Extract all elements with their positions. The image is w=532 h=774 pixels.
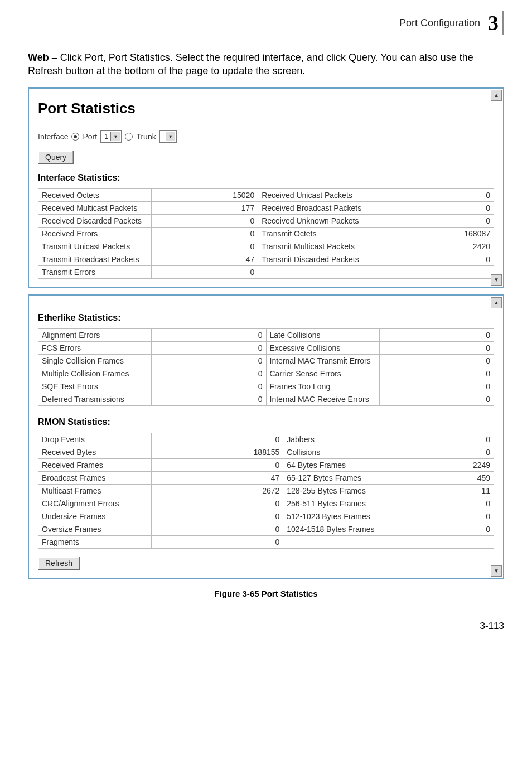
rmon-statistics-table: Drop Events0Jabbers0Received Bytes188155… <box>38 433 494 549</box>
stat-value: 0 <box>152 227 258 240</box>
query-button[interactable]: Query <box>38 151 74 164</box>
figure-caption: Figure 3-65 Port Statistics <box>28 589 504 598</box>
stat-label: 65-127 Bytes Frames <box>283 471 396 484</box>
stat-value: 0 <box>379 354 494 367</box>
stat-label: 512-1023 Bytes Frames <box>283 510 396 523</box>
port-statistics-panel: ▲ ▼ Port Statistics Interface Port 1 ▼ T… <box>28 87 504 288</box>
stat-value: 188155 <box>152 446 283 458</box>
trunk-select[interactable]: ▼ <box>159 130 177 143</box>
table-row: Multiple Collision Frames0Carrier Sense … <box>38 367 494 380</box>
etherlike-statistics-table: Alignment Errors0Late Collisions0FCS Err… <box>38 328 494 406</box>
table-row: Drop Events0Jabbers0 <box>38 433 494 446</box>
stat-label: Jabbers <box>283 433 396 446</box>
stat-label: Received Bytes <box>38 446 152 458</box>
stat-value: 0 <box>396 497 494 510</box>
page-number: 3-113 <box>28 621 504 632</box>
stat-label: Oversize Frames <box>38 523 152 535</box>
stat-label: 128-255 Bytes Frames <box>283 484 396 497</box>
stat-label: Frames Too Long <box>266 380 379 393</box>
port-radio-label: Port <box>83 132 97 141</box>
stat-value: 0 <box>152 214 258 227</box>
stat-value: 2420 <box>371 240 494 253</box>
interface-statistics-table: Received Octets15020Received Unicast Pac… <box>38 188 494 279</box>
table-row: Received Discarded Packets0Received Unkn… <box>38 214 494 227</box>
stat-label: Drop Events <box>38 433 152 446</box>
stat-label: Received Errors <box>38 227 152 240</box>
stat-value: 0 <box>152 354 267 367</box>
interface-selector-row: Interface Port 1 ▼ Trunk ▼ <box>38 130 494 143</box>
stat-value: 0 <box>152 328 267 341</box>
stat-value: 459 <box>396 471 494 484</box>
stat-label: FCS Errors <box>38 341 152 354</box>
stat-label: Multicast Frames <box>38 484 152 497</box>
stat-value <box>396 535 494 548</box>
table-row: Oversize Frames01024-1518 Bytes Frames0 <box>38 523 494 535</box>
stat-label: Broadcast Frames <box>38 471 152 484</box>
stat-value: 0 <box>371 253 494 265</box>
stat-value: 47 <box>152 471 283 484</box>
table-row: SQE Test Errors0Frames Too Long0 <box>38 380 494 393</box>
table-row: Fragments0 <box>38 535 494 548</box>
stat-label: Internal MAC Receive Errors <box>266 393 379 405</box>
stat-value: 0 <box>396 523 494 535</box>
table-row: Undersize Frames0512-1023 Bytes Frames0 <box>38 510 494 523</box>
rmon-statistics-heading: RMON Statistics: <box>38 417 494 427</box>
refresh-button[interactable]: Refresh <box>38 557 80 570</box>
panel-title: Port Statistics <box>38 100 494 117</box>
stat-value: 0 <box>396 510 494 523</box>
stat-value: 0 <box>152 523 283 535</box>
stat-value: 0 <box>379 367 494 380</box>
scroll-down-icon[interactable]: ▼ <box>491 565 502 577</box>
stat-label: SQE Test Errors <box>38 380 152 393</box>
stat-value: 0 <box>396 433 494 446</box>
table-row: Transmit Errors0 <box>38 265 494 278</box>
stat-value: 0 <box>379 393 494 405</box>
chapter-badge: 3 <box>488 11 504 35</box>
stat-value: 47 <box>152 253 258 265</box>
table-row: Transmit Unicast Packets0Transmit Multic… <box>38 240 494 253</box>
table-row: FCS Errors0Excessive Collisions0 <box>38 341 494 354</box>
stat-label: Transmit Octets <box>258 227 371 240</box>
interface-label: Interface <box>38 132 68 141</box>
stat-value: 0 <box>379 341 494 354</box>
stat-label: Transmit Errors <box>38 265 152 278</box>
table-row: Received Octets15020Received Unicast Pac… <box>38 188 494 201</box>
stat-label: Transmit Multicast Packets <box>258 240 371 253</box>
intro-paragraph: Web – Click Port, Port Statistics. Selec… <box>28 51 504 78</box>
scroll-down-icon[interactable]: ▼ <box>491 274 502 286</box>
stat-label: Received Octets <box>38 188 152 201</box>
table-row: Broadcast Frames4765-127 Bytes Frames459 <box>38 471 494 484</box>
table-row: Multicast Frames2672128-255 Bytes Frames… <box>38 484 494 497</box>
trunk-radio-label: Trunk <box>136 132 156 141</box>
stat-value <box>371 265 494 278</box>
stat-label: Received Frames <box>38 458 152 471</box>
stat-label: Transmit Broadcast Packets <box>38 253 152 265</box>
stat-label: Collisions <box>283 446 396 458</box>
stat-value: 0 <box>379 328 494 341</box>
stat-label: Undersize Frames <box>38 510 152 523</box>
stat-label: Transmit Discarded Packets <box>258 253 371 265</box>
stat-value: 0 <box>396 446 494 458</box>
stat-value: 0 <box>152 535 283 548</box>
etherlike-rmon-panel: ▲ ▼ Etherlike Statistics: Alignment Erro… <box>28 294 504 579</box>
stat-label: Single Collision Frames <box>38 354 152 367</box>
stat-value: 177 <box>152 201 258 214</box>
stat-value: 2672 <box>152 484 283 497</box>
stat-value: 0 <box>152 497 283 510</box>
table-row: Alignment Errors0Late Collisions0 <box>38 328 494 341</box>
trunk-radio[interactable] <box>125 133 133 141</box>
scroll-up-icon[interactable]: ▲ <box>491 297 502 308</box>
table-row: Received Errors0Transmit Octets168087 <box>38 227 494 240</box>
table-row: Received Multicast Packets177Received Br… <box>38 201 494 214</box>
scroll-up-icon[interactable]: ▲ <box>491 90 502 101</box>
port-select-value: 1 <box>104 132 108 141</box>
port-radio[interactable] <box>71 133 79 141</box>
stat-value: 2249 <box>396 458 494 471</box>
table-row: Single Collision Frames0Internal MAC Tra… <box>38 354 494 367</box>
stat-value: 11 <box>396 484 494 497</box>
stat-value: 0 <box>152 393 267 405</box>
stat-value: 15020 <box>152 188 258 201</box>
port-select[interactable]: 1 ▼ <box>100 130 122 143</box>
stat-label: Alignment Errors <box>38 328 152 341</box>
stat-label: Deferred Transmissions <box>38 393 152 405</box>
